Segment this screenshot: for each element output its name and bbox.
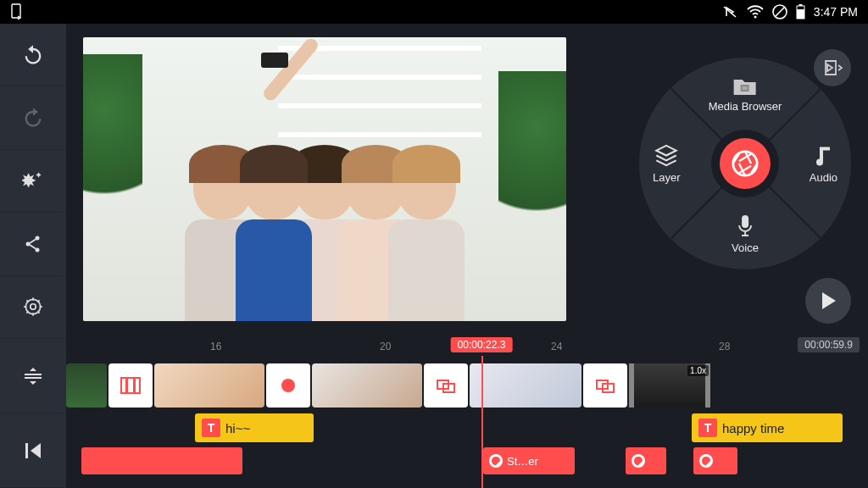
sticker-clip[interactable]: St…er [483,447,575,474]
text-icon: T [202,419,220,437]
layer-label: Layer [653,171,681,184]
video-clip[interactable] [470,363,581,408]
timeline[interactable]: 16 20 24 28 00:00:22.3 00:00:59.9 1.0x T… [66,339,868,488]
ruler-tick: 16 [210,341,221,352]
svg-rect-0 [12,4,20,18]
sticker-icon [698,453,714,469]
svg-point-9 [36,247,40,252]
playhead[interactable] [481,356,483,488]
audio-button[interactable]: Audio [810,144,837,184]
overlay-track[interactable]: St…er [66,447,868,476]
orientation-icon [10,3,24,20]
speed-badge: 1.0x [687,365,709,376]
sticker-label: St…er [507,455,538,468]
text-track[interactable]: Thi~~ Thappy time [66,413,868,442]
undo-button[interactable] [0,24,66,86]
text-clip[interactable]: Thappy time [692,413,843,442]
preview-area [66,24,631,339]
ruler-tick: 20 [380,341,391,352]
transition-clip[interactable] [108,363,153,408]
layers-icon [654,144,678,168]
svg-point-30 [281,379,295,392]
ruler-tick: 28 [719,341,730,352]
transition-clip[interactable] [424,363,468,408]
settings-button[interactable] [0,276,66,339]
svg-point-1 [754,16,756,19]
svg-rect-27 [121,378,140,393]
svg-rect-6 [797,9,804,19]
share-button[interactable] [0,213,66,275]
svg-rect-26 [25,443,28,458]
svg-rect-5 [798,4,802,6]
transition-clip[interactable] [583,363,627,408]
play-icon [819,291,837,311]
media-browser-button[interactable]: Media Browser [709,75,782,113]
effects-button[interactable] [0,150,66,213]
svg-point-23 [733,152,757,175]
timeline-toolbar [0,339,66,488]
mic-icon [737,214,754,238]
svg-point-8 [36,236,40,240]
sticker-icon [631,453,646,469]
clock: 3:47 PM [814,5,858,19]
text-clip-label: hi~~ [225,421,250,435]
transition-clip[interactable] [266,363,310,408]
layer-button[interactable]: Layer [653,144,681,184]
right-panel: Media Browser Layer Audio Voice [631,24,868,339]
svg-rect-28 [125,378,128,393]
svg-line-3 [775,7,785,17]
sticker-clip[interactable] [693,447,737,474]
text-icon: T [698,419,717,437]
folder-icon [732,75,758,97]
overlay-clip[interactable] [81,447,242,474]
svg-point-11 [31,304,36,310]
no-sim-icon [772,4,787,19]
svg-rect-24 [25,374,42,375]
video-clip[interactable] [154,363,264,408]
svg-rect-21 [743,86,748,90]
video-clip[interactable]: 1.0x [629,363,710,408]
svg-rect-22 [742,215,748,228]
wifi-icon [747,5,764,19]
total-time-badge: 00:00:59.9 [798,337,860,352]
video-track[interactable]: 1.0x [66,361,868,410]
video-clip[interactable] [312,363,422,408]
capture-button[interactable] [720,138,771,189]
voice-label: Voice [732,241,759,254]
audio-label: Audio [810,171,837,184]
action-wheel: Media Browser Layer Audio Voice [639,58,851,269]
sticker-clip[interactable] [626,447,666,474]
battery-icon [796,4,805,19]
svg-rect-25 [25,377,42,379]
left-toolbar [0,24,66,339]
current-time-badge: 00:00:22.3 [451,337,513,352]
sticker-icon [488,453,504,469]
svg-rect-29 [133,378,136,393]
voice-button[interactable]: Voice [732,214,759,254]
track-expand-button[interactable] [0,339,66,413]
text-clip[interactable]: Thi~~ [195,413,314,442]
text-clip-label: happy time [722,421,784,435]
status-bar: 3:47 PM [0,0,868,24]
redo-button [0,86,66,149]
music-icon [813,144,833,168]
play-button[interactable] [805,278,851,324]
aperture-icon [731,149,760,178]
vibrate-icon [721,4,738,19]
video-clip[interactable] [66,363,107,408]
capture-button-ring [711,130,779,197]
ruler-tick: 24 [551,341,562,352]
preview-canvas[interactable] [83,37,566,321]
media-browser-label: Media Browser [709,100,782,113]
jump-start-button[interactable] [0,413,66,488]
